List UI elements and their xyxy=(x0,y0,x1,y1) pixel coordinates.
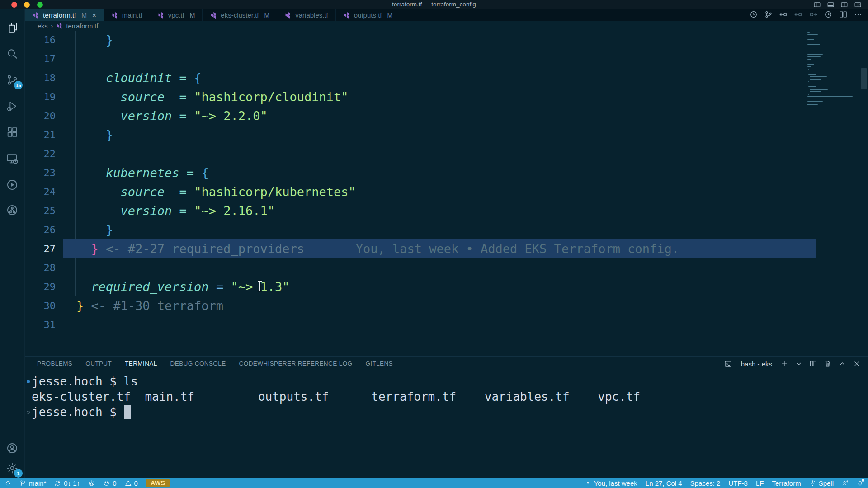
code-text: } <- #2-27 required_providers You, last … xyxy=(76,239,679,258)
command-decoration-pending[interactable] xyxy=(27,411,30,414)
tab-vpc.tf[interactable]: vpc.tfM xyxy=(150,9,203,21)
toggle-secondary-sidebar-icon[interactable] xyxy=(840,1,848,9)
minimap-line xyxy=(807,104,818,105)
errors-icon xyxy=(103,480,110,487)
status-item[interactable]: UTF-8 xyxy=(728,479,748,487)
line-number: 16 xyxy=(25,31,76,50)
status-item-bell-icon[interactable] xyxy=(857,480,863,487)
code-line-20: 20 version = "~> 2.2.0" xyxy=(25,107,868,126)
line-number: 27 xyxy=(25,239,76,258)
status-item-remote-indicator-icon[interactable] xyxy=(5,480,11,487)
split-terminal-icon[interactable] xyxy=(809,360,817,368)
next-change-icon[interactable] xyxy=(809,10,818,19)
timeline-icon[interactable] xyxy=(749,10,758,19)
panel-tab-problems[interactable]: PROBLEMS xyxy=(37,358,73,369)
code-editor[interactable]: 16 }1718 cloudinit = {19 source = "hashi… xyxy=(25,31,868,356)
source-control-graph-icon[interactable] xyxy=(764,10,773,19)
panel-tab-codewhisperer-reference-log[interactable]: CODEWHISPERER REFERENCE LOG xyxy=(239,358,353,369)
activity-gitlens-icon[interactable] xyxy=(6,204,19,217)
tab-label: variables.tf xyxy=(295,11,328,19)
breadcrumb-folder[interactable]: eks xyxy=(38,23,48,30)
new-terminal-icon xyxy=(780,360,788,368)
toggle-panel-icon xyxy=(827,1,835,9)
status-item-gitlens-graph-icon[interactable] xyxy=(88,480,95,487)
activity-explorer-icon[interactable] xyxy=(6,21,19,35)
code-line-30: 30} <- #1-30 terraform xyxy=(25,296,868,315)
tab-terraform.tf[interactable]: terraform.tfM× xyxy=(25,9,104,21)
activity-search-icon[interactable] xyxy=(6,47,19,61)
gitlens-graph-icon xyxy=(88,480,95,487)
close-panel-icon xyxy=(853,360,861,368)
terminal-content[interactable]: jesse.hoch $ lseks-cluster.tf main.tf ou… xyxy=(25,371,868,420)
status-item-sync-icon[interactable]: 0↓ 1↑ xyxy=(54,479,80,487)
terraform-file-icon xyxy=(284,12,292,19)
activity-run-circle-icon[interactable] xyxy=(6,178,19,192)
kill-terminal-icon[interactable] xyxy=(824,360,832,368)
code-line-19: 19 source = "hashicorp/cloudinit" xyxy=(25,88,868,107)
minimap-slider[interactable] xyxy=(861,68,867,89)
minimap-line xyxy=(808,69,809,70)
panel-tab-gitlens[interactable]: GITLENS xyxy=(365,358,393,369)
toggle-primary-sidebar-icon[interactable] xyxy=(813,1,821,9)
toggle-panel-icon[interactable] xyxy=(827,1,835,9)
close-panel-icon[interactable] xyxy=(853,360,861,368)
status-item-git-branch-icon[interactable]: main* xyxy=(19,479,46,487)
layout-controls xyxy=(813,0,862,9)
status-badge-aws[interactable]: AWS xyxy=(146,479,170,487)
status-item-feedback-icon[interactable] xyxy=(842,480,849,487)
open-changes-icon[interactable] xyxy=(779,10,788,19)
minimap-line xyxy=(807,44,820,45)
run-debug-icon xyxy=(6,100,19,113)
split-terminal-icon xyxy=(809,360,817,368)
code-line-27: 27 } <- #2-27 required_providers You, la… xyxy=(25,239,868,258)
line-number: 29 xyxy=(25,277,76,296)
activity-accounts-icon[interactable] xyxy=(6,442,19,455)
status-item[interactable]: Ln 27, Col 4 xyxy=(646,479,682,487)
line-number: 20 xyxy=(25,107,76,126)
tab-modified-marker: M xyxy=(264,12,270,19)
status-item[interactable]: LF xyxy=(756,479,764,487)
customize-layout-icon[interactable] xyxy=(854,1,862,9)
tab-main.tf[interactable]: main.tf xyxy=(104,9,150,21)
status-item[interactable]: Spaces: 2 xyxy=(690,479,721,487)
next-change-icon xyxy=(809,10,818,19)
previous-change-icon[interactable] xyxy=(794,10,803,19)
activity-remote-explorer-icon[interactable] xyxy=(6,152,19,166)
maximize-panel-icon[interactable] xyxy=(838,360,846,368)
terminal-instance-label[interactable]: bash - eks xyxy=(741,360,772,368)
tab-outputs.tf[interactable]: outputs.tfM xyxy=(336,9,400,21)
activity-settings-gear-icon[interactable]: 1 xyxy=(6,462,19,475)
previous-change-icon xyxy=(794,10,803,19)
terminal-dropdown-icon[interactable] xyxy=(795,360,803,368)
minimap-line xyxy=(810,79,821,80)
code-line-18: 18 cloudinit = { xyxy=(25,69,868,88)
terraform-file-icon xyxy=(284,12,292,19)
remote-indicator-icon xyxy=(5,480,11,487)
code-text: source = "hashicorp/kubernetes" xyxy=(76,183,356,202)
panel-tab-debug-console[interactable]: DEBUG CONSOLE xyxy=(170,358,226,369)
status-item-warnings-icon[interactable]: 0 xyxy=(125,479,138,487)
more-actions-icon[interactable] xyxy=(854,10,863,19)
status-item[interactable]: Terraform xyxy=(772,479,801,487)
status-item-spell-checker-icon[interactable]: Spell xyxy=(809,479,834,487)
status-item-errors-icon[interactable]: 0 xyxy=(103,479,116,487)
split-editor-icon[interactable] xyxy=(839,10,848,19)
command-decoration-success[interactable] xyxy=(27,380,30,383)
status-item-commit-icon[interactable]: You, last week xyxy=(585,479,637,487)
activity-extensions-icon[interactable] xyxy=(6,126,19,140)
terminal-cursor xyxy=(124,405,131,419)
breadcrumb-file[interactable]: terraform.tf xyxy=(66,23,98,30)
tab-eks-cluster.tf[interactable]: eks-cluster.tfM xyxy=(203,9,277,21)
panel-tab-output[interactable]: OUTPUT xyxy=(85,358,112,369)
editor-actions xyxy=(749,10,863,19)
panel-tab-terminal[interactable]: TERMINAL xyxy=(124,358,157,369)
run-timer-icon[interactable] xyxy=(824,10,833,19)
run-timer-icon xyxy=(824,10,833,19)
activity-source-control-icon[interactable]: 15 xyxy=(6,74,19,87)
tab-variables.tf[interactable]: variables.tf xyxy=(277,9,336,21)
activity-badge: 1 xyxy=(14,469,23,478)
new-terminal-icon[interactable] xyxy=(780,360,788,368)
mouse-ibeam-cursor xyxy=(256,280,264,292)
tab-close-icon[interactable]: × xyxy=(92,11,96,19)
activity-run-debug-icon[interactable] xyxy=(6,100,19,113)
